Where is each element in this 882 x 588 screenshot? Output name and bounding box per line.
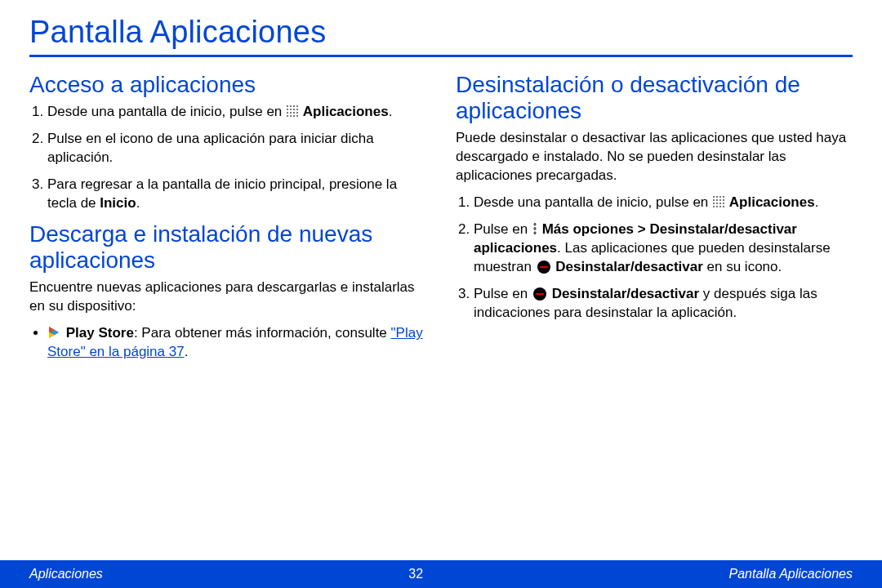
play-store-icon: [47, 326, 60, 339]
page-footer: Aplicaciones 32 Pantalla Aplicaciones: [0, 560, 882, 588]
apps-grid-icon: [286, 105, 299, 118]
more-options-icon: [533, 222, 537, 235]
text: Play Store: [66, 325, 134, 341]
page-title: Pantalla Aplicaciones: [29, 15, 853, 50]
text: : Para obtener más información, consulte: [134, 325, 391, 341]
text: .: [389, 104, 393, 119]
text: Pulse en: [474, 286, 532, 301]
page-body: Pantalla Aplicaciones Acceso a aplicacio…: [0, 0, 882, 370]
list-item: Desde una pantalla de inicio, pulse en A…: [474, 194, 853, 212]
text: .: [185, 344, 189, 359]
descarga-bullets: Play Store: Para obtener más información…: [47, 324, 426, 362]
left-column: Acceso a aplicaciones Desde una pantalla…: [29, 65, 426, 370]
acceso-steps: Desde una pantalla de inicio, pulse en A…: [47, 103, 426, 213]
section-heading-acceso: Acceso a aplicaciones: [29, 72, 426, 98]
text: Pulse en el icono de una aplicación para…: [47, 131, 374, 165]
list-item: Pulse en Más opciones > Desinstalar/desa…: [474, 220, 853, 277]
section-heading-desinstalacion: Desinstalación o desactivación de aplica…: [456, 72, 853, 124]
section-heading-descarga: Descarga e instalación de nuevas aplicac…: [29, 221, 426, 274]
apps-grid-icon: [712, 195, 725, 208]
list-item: Pulse en el icono de una aplicación para…: [47, 130, 426, 167]
footer-right: Pantalla Aplicaciones: [729, 567, 853, 581]
text: Desinstalar/desactivar: [552, 286, 700, 301]
right-column: Desinstalación o desactivación de aplica…: [456, 65, 853, 370]
desinstalacion-steps: Desde una pantalla de inicio, pulse en A…: [474, 194, 853, 323]
text: Desde una pantalla de inicio, pulse en: [47, 104, 286, 119]
list-item: Play Store: Para obtener más información…: [47, 324, 426, 362]
title-rule: [29, 55, 853, 57]
text: Desinstalar/desactivar: [555, 259, 703, 274]
text: Inicio: [100, 195, 136, 211]
list-item: Pulse en Desinstalar/desactivar y despué…: [474, 285, 853, 323]
footer-page-number: 32: [408, 567, 423, 581]
list-item: Desde una pantalla de inicio, pulse en A…: [47, 103, 426, 122]
text: Aplicaciones: [729, 194, 815, 210]
text: Aplicaciones: [303, 104, 389, 119]
list-item: Para regresar a la pantalla de inicio pr…: [47, 176, 426, 213]
text: Desde una pantalla de inicio, pulse en: [474, 194, 712, 210]
text: en su icono.: [703, 259, 782, 274]
desinstalacion-intro: Puede desinstalar o desactivar las aplic…: [456, 129, 853, 185]
footer-left: Aplicaciones: [29, 567, 103, 581]
text: .: [815, 194, 819, 210]
text: .: [136, 195, 140, 211]
uninstall-icon: [537, 261, 550, 274]
descarga-intro: Encuentre nuevas aplicaciones para desca…: [29, 278, 426, 316]
content-columns: Acceso a aplicaciones Desde una pantalla…: [29, 65, 853, 370]
text: Pulse en: [474, 221, 532, 237]
uninstall-icon: [533, 287, 546, 301]
